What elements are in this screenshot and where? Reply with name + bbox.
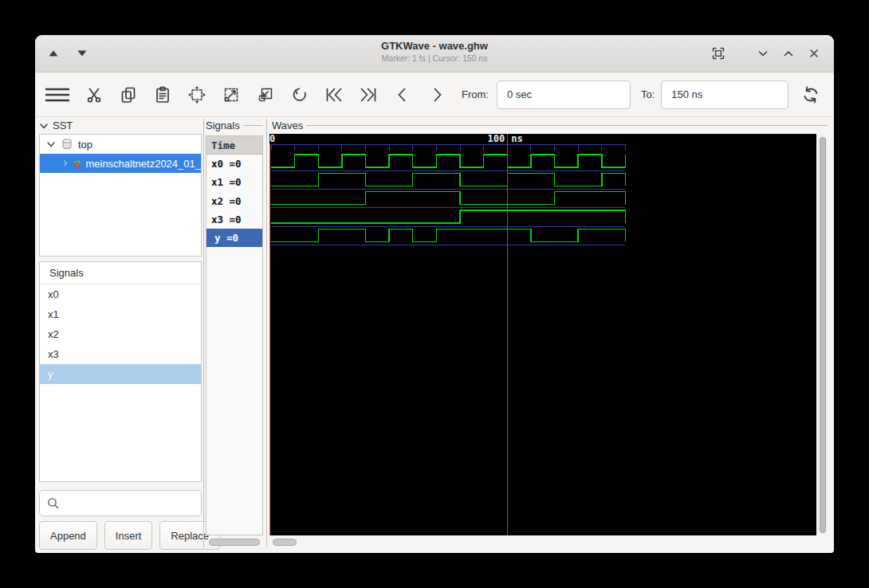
wave-area: 0100ns [269,134,816,535]
signal-value-row-y[interactable]: y =0 [206,229,262,247]
scrollbar-thumb[interactable] [273,539,297,546]
tree-item-label: meinschaltnetz2024_01_ [85,158,201,170]
signal-buttons: Append Insert Replace [39,521,202,550]
chevron-down-icon[interactable] [46,139,56,149]
zoom-in-button[interactable] [219,83,243,107]
signal-list-header: Signals [206,120,263,131]
chevron-left-icon [393,85,412,104]
signal-item-x3[interactable]: x3 [40,344,201,364]
timescale-label-major: 100 [488,134,505,144]
zoom-in-icon [222,85,241,104]
database-icon [61,138,73,151]
tree-item-top[interactable]: top [40,135,201,154]
gtkwave-window: GTKWave - wave.ghw Marker: 1 fs | Cursor… [35,35,834,553]
signal-search-input[interactable] [39,490,202,516]
panel-sash-right[interactable] [266,119,267,547]
undo-icon [290,85,309,104]
scrollbar-thumb[interactable] [820,137,826,533]
frame-line [243,125,263,126]
menu-button[interactable] [43,83,72,107]
skip-to-start-icon [324,85,344,104]
waves-horizontal-scrollbar[interactable] [269,539,828,546]
minimize-button[interactable] [754,45,772,62]
zoom-fit-icon [187,85,206,104]
time-header[interactable]: Time [206,136,262,155]
module-icon [73,157,81,171]
shade-down-button[interactable] [73,45,91,62]
copy-button[interactable] [116,83,140,107]
chevron-down-icon [757,47,769,60]
fullscreen-icon [710,45,726,61]
wave-x2 [271,192,625,205]
skip-to-end-button[interactable] [356,83,380,107]
wave-x1 [271,173,625,186]
signal-item-x0[interactable]: x0 [40,284,201,304]
reload-icon [800,84,821,105]
prev-edge-button[interactable] [391,83,415,107]
waves-vertical-scrollbar[interactable] [818,135,828,535]
expander-down-icon[interactable] [39,121,49,131]
waves-header: Waves [272,120,828,131]
from-label: From: [462,88,489,100]
zoom-fit-button[interactable] [185,83,209,107]
insert-button[interactable]: Insert [104,521,153,550]
wave-y [271,229,625,241]
zoom-out-icon [256,85,275,104]
chevron-right-icon[interactable] [62,159,69,168]
reload-button[interactable] [799,83,823,107]
frame-line [306,125,828,126]
chevron-up-icon [782,47,795,60]
copy-icon [119,85,138,104]
signal-item-x1[interactable]: x1 [40,304,201,324]
to-label: To: [641,88,655,100]
zoom-out-button[interactable] [254,83,277,107]
wave-x3 [271,210,625,223]
next-edge-button[interactable] [425,83,449,107]
tree-item-label: top [78,139,92,151]
skip-to-start-button[interactable] [322,83,346,107]
signal-value-row-x1[interactable]: x1 =0 [206,173,262,191]
from-input[interactable] [497,80,631,109]
toolbar: From: To: [35,73,834,117]
append-button[interactable]: Append [39,521,97,550]
paste-icon [153,85,172,104]
sst-tree: top meinschaltnetz2024_01_ [39,134,202,257]
timescale-label-0: 0 [269,134,275,144]
shade-up-button[interactable] [45,45,62,62]
maximize-button[interactable] [780,45,797,62]
panel-sash-left[interactable] [203,119,204,547]
waves-label: Waves [272,120,303,131]
undo-button[interactable] [288,83,312,107]
search-icon [46,496,60,510]
timescale-unit: ns [511,134,522,144]
signal-value-row-x0[interactable]: x0 =0 [206,155,262,173]
close-button[interactable] [805,45,823,62]
paste-button[interactable] [151,83,175,107]
signal-list-hscrollbar[interactable] [206,539,263,546]
signal-value-row-x3[interactable]: x3 =0 [206,210,262,229]
close-icon [808,47,820,60]
signal-value-row-x2[interactable]: x2 =0 [206,192,262,210]
signals-panel: Signals x0 x1 x2 x3 y [39,261,202,482]
signals-panel-header: Signals [40,262,201,284]
cut-icon [85,85,104,104]
fullscreen-button[interactable] [710,45,727,62]
sst-header: SST [39,120,159,131]
to-input[interactable] [661,80,788,109]
wave-canvas[interactable]: 0100ns [269,134,816,535]
chevron-right-icon [427,85,446,104]
scrollbar-thumb[interactable] [209,539,260,546]
tree-item-module[interactable]: meinschaltnetz2024_01_ [40,154,201,173]
signal-value-list: Time x0 =0 x1 =0 x2 =0 x3 =0 y =0 [206,135,263,535]
signal-item-x2[interactable]: x2 [40,324,201,344]
sst-label: SST [53,120,73,131]
triangle-down-icon [77,49,88,57]
titlebar: GTKWave - wave.ghw Marker: 1 fs | Cursor… [35,35,834,73]
triangle-up-icon [48,49,59,57]
wave-x0 [271,155,625,167]
cut-button[interactable] [82,83,106,107]
signal-item-y[interactable]: y [40,364,201,384]
main-content: SST top meinschaltnetz2024_01_ [35,117,834,553]
skip-to-end-icon [358,85,379,104]
signal-list-label: Signals [206,120,240,131]
